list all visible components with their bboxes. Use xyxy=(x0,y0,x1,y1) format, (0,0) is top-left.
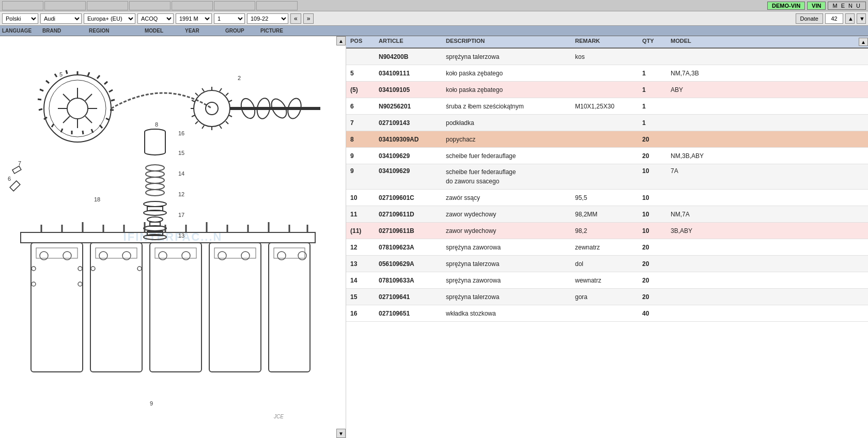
svg-line-46 xyxy=(192,115,195,117)
cell-pos: 15 xyxy=(346,292,375,302)
table-row[interactable]: 9 034109629 scheibe fuer federauflagedo … xyxy=(346,164,868,190)
page-number-input[interactable] xyxy=(825,13,843,24)
svg-point-33 xyxy=(194,90,230,127)
page-nav-up-button[interactable]: ▲ xyxy=(845,13,855,24)
svg-line-23 xyxy=(55,74,57,77)
language-select[interactable]: PolskiEnglishDeutschFrançais xyxy=(2,13,38,24)
svg-point-104 xyxy=(241,252,250,260)
prev-button[interactable]: « xyxy=(290,13,301,24)
cell-description: zawor wydechowy xyxy=(442,210,571,219)
svg-text:7: 7 xyxy=(18,160,21,166)
cell-description: śruba z łbem sześciokątnym xyxy=(442,102,571,111)
table-row[interactable]: (5) 034109105 koło paska zębatego 1 ABY xyxy=(346,82,868,98)
cell-qty: 10 xyxy=(638,193,667,202)
cell-description: sprężyna talerzowa xyxy=(442,292,571,302)
svg-point-93 xyxy=(99,252,107,260)
diagram-scroll-down-button[interactable]: ▼ xyxy=(336,429,346,438)
cell-remark: M10X1,25X30 xyxy=(571,102,638,111)
region-select[interactable]: Europa+ (EU) xyxy=(84,13,135,24)
cell-qty: 1 xyxy=(638,85,667,95)
cell-model xyxy=(667,138,868,140)
cell-description: sprężyna zaworowa xyxy=(442,243,571,252)
svg-rect-101 xyxy=(209,243,261,372)
table-row[interactable]: 6 N90256201 śruba z łbem sześciokątnym M… xyxy=(346,98,868,115)
svg-point-96 xyxy=(137,267,142,271)
group-select[interactable]: 1 xyxy=(214,13,245,24)
cell-description: podkładka xyxy=(442,118,571,128)
svg-line-8 xyxy=(109,90,113,92)
svg-line-24 xyxy=(66,70,67,74)
picture-select[interactable]: 109-22 xyxy=(247,13,288,24)
cell-article: 034109629 xyxy=(375,166,442,176)
svg-line-14 xyxy=(83,131,83,134)
year-select[interactable]: 1991 M xyxy=(176,13,212,24)
table-row[interactable]: 13 056109629A sprężyna talerzowa dol 20 xyxy=(346,256,868,272)
table-row[interactable]: (11) 027109611B zawor wydechowy 98,2 10 … xyxy=(346,223,868,239)
svg-point-72 xyxy=(146,183,164,190)
donate-button[interactable]: Donate xyxy=(796,13,823,24)
svg-rect-97 xyxy=(150,243,202,372)
table-row[interactable]: 10 027109601C zawór ssący 95,5 10 xyxy=(346,190,868,206)
svg-point-74 xyxy=(144,201,166,207)
model-select[interactable]: ACOQ xyxy=(137,13,174,24)
svg-rect-59 xyxy=(12,166,21,174)
diagram-scroll-up-button[interactable]: ▲ xyxy=(336,36,346,45)
table-body[interactable]: N904200B sprężyna talerzowa kos 5 034109… xyxy=(346,49,868,438)
cell-pos: (5) xyxy=(346,85,375,95)
svg-line-38 xyxy=(229,100,232,102)
cell-model: NM,7A xyxy=(667,210,868,219)
cell-article: 027109143 xyxy=(375,118,442,128)
svg-text:12: 12 xyxy=(178,191,184,197)
cell-article: 034109629 xyxy=(375,151,442,161)
table-panel: POS ARTICLE DESCRIPTION REMARK QTY MODEL… xyxy=(346,36,868,438)
cell-qty: 10 xyxy=(638,210,667,219)
svg-point-71 xyxy=(146,177,164,183)
picture-label: PICTURE xyxy=(260,28,866,34)
cell-model: ABY xyxy=(667,85,868,95)
table-row[interactable]: 14 078109633A sprężyna zaworowa wewnatrz… xyxy=(346,272,868,289)
table-row[interactable]: 11 027109611D zawor wydechowy 98,2MM 10 … xyxy=(346,206,868,223)
group-label: GROUP xyxy=(225,28,260,34)
cell-pos: 11 xyxy=(346,210,375,219)
table-row[interactable]: 5 034109111 koło paska zębatego 1 NM,7A,… xyxy=(346,65,868,82)
page-nav-down-button[interactable]: ▼ xyxy=(857,13,866,24)
cell-description: sprężyna talerzowa xyxy=(442,259,571,269)
cell-model xyxy=(667,246,868,248)
svg-point-103 xyxy=(218,252,226,260)
cell-remark: wewnatrz xyxy=(571,276,638,285)
table-row[interactable]: 12 078109623A sprężyna zaworowa zewnatrz… xyxy=(346,239,868,256)
cell-pos: (11) xyxy=(346,226,375,236)
cell-article: 027109641 xyxy=(375,292,442,302)
table-row[interactable]: 16 027109651 wkładka stozkowa 40 xyxy=(346,305,868,322)
svg-point-70 xyxy=(146,171,164,177)
cell-description: wkładka stozkowa xyxy=(442,309,571,318)
cell-pos: 12 xyxy=(346,243,375,252)
cell-article: 027109611B xyxy=(375,226,442,236)
svg-line-6 xyxy=(97,75,100,79)
cell-article: N90256201 xyxy=(375,102,442,111)
menu-button[interactable]: M E N U xyxy=(828,2,866,10)
table-scroll-up-button[interactable]: ▲ xyxy=(859,38,868,46)
table-row[interactable]: 7 027109143 podkładka 1 xyxy=(346,115,868,131)
cell-qty: 20 xyxy=(638,151,667,161)
table-row[interactable]: 15 027109641 sprężyna talerzowa gora 20 xyxy=(346,289,868,305)
brand-select[interactable]: Audi xyxy=(40,13,82,24)
demo-vin-button[interactable]: DEMO-VIN xyxy=(767,2,805,10)
cell-pos: 16 xyxy=(346,309,375,318)
svg-point-108 xyxy=(298,252,306,260)
svg-text:15: 15 xyxy=(178,150,184,156)
cell-qty: 40 xyxy=(638,309,667,318)
svg-line-41 xyxy=(226,121,228,124)
table-row[interactable]: N904200B sprężyna talerzowa kos xyxy=(346,49,868,65)
table-row-highlighted[interactable]: 8 034109309AD popychacz 20 xyxy=(346,131,868,148)
cell-description: zawor wydechowy xyxy=(442,226,571,236)
next-button[interactable]: » xyxy=(303,13,314,24)
svg-line-22 xyxy=(46,81,49,83)
table-row[interactable]: 9 034109629 scheibe fuer federauflage 20… xyxy=(346,148,868,164)
vin-button[interactable]: VIN xyxy=(807,2,826,10)
cell-description: scheibe fuer federauflage xyxy=(442,151,571,161)
cell-model xyxy=(667,296,868,298)
cell-remark: dol xyxy=(571,259,638,269)
cell-remark xyxy=(571,138,638,140)
cell-pos: 9 xyxy=(346,166,375,176)
